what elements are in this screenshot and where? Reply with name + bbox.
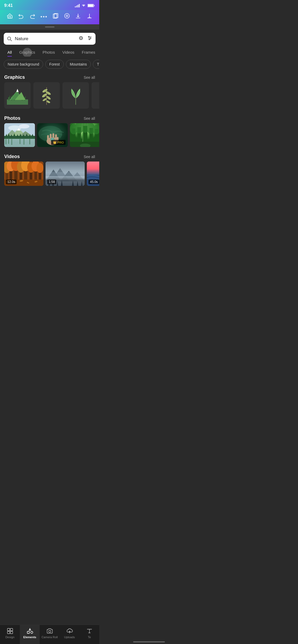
svg-point-129 bbox=[37, 163, 43, 173]
pro-badge: 👑 PRO bbox=[51, 140, 66, 145]
status-bar: 9:41 bbox=[0, 0, 99, 10]
graphics-see-all[interactable]: See all bbox=[84, 75, 95, 80]
graphics-section-title: Graphics bbox=[4, 75, 25, 80]
videos-section-title: Videos bbox=[4, 154, 20, 159]
graphic-item-mountain[interactable] bbox=[4, 82, 31, 109]
svg-rect-83 bbox=[11, 139, 12, 145]
tab-all[interactable]: All bbox=[4, 47, 16, 57]
video-item-autumn[interactable]: 12.0s bbox=[4, 162, 43, 186]
photos-section-header: Photos See all bbox=[0, 113, 99, 123]
svg-marker-24 bbox=[9, 95, 11, 97]
chip-trees[interactable]: Trees bbox=[93, 60, 99, 69]
video-duration-autumn: 12.0s bbox=[6, 180, 17, 184]
redo-button[interactable] bbox=[29, 13, 35, 21]
chip-nature-background[interactable]: Nature background bbox=[4, 60, 43, 69]
search-input[interactable] bbox=[15, 36, 76, 42]
videos-section-header: Videos See all bbox=[0, 151, 99, 162]
pages-button[interactable] bbox=[52, 13, 59, 21]
video-item-fog[interactable]: 1:58 bbox=[46, 162, 85, 186]
search-bar bbox=[4, 33, 96, 45]
lake-photo-bg bbox=[4, 123, 35, 147]
photo-item-lake[interactable] bbox=[4, 123, 35, 147]
drag-handle-container bbox=[0, 24, 99, 30]
svg-rect-86 bbox=[29, 139, 30, 144]
svg-rect-2 bbox=[88, 4, 93, 7]
graphics-row bbox=[0, 82, 99, 113]
chip-forest[interactable]: Forest bbox=[45, 60, 64, 69]
home-button[interactable] bbox=[7, 13, 13, 21]
svg-marker-33 bbox=[16, 90, 19, 92]
photo-item-hand[interactable]: 👑 PRO bbox=[37, 123, 68, 147]
tab-frames[interactable]: Frames bbox=[78, 47, 99, 57]
undo-button[interactable] bbox=[18, 13, 24, 21]
video-duration-ocean: 45.0s bbox=[88, 180, 99, 184]
search-icon bbox=[7, 36, 12, 42]
search-filter-button[interactable] bbox=[87, 35, 92, 42]
forest-photo-bg bbox=[70, 123, 99, 147]
search-clear-button[interactable] bbox=[79, 36, 83, 42]
photos-row: 👑 PRO bbox=[0, 123, 99, 151]
chips-container: Nature background Forest Mountains Trees bbox=[0, 57, 99, 72]
video-item-ocean[interactable]: 45.0s bbox=[87, 162, 99, 186]
share-button[interactable] bbox=[86, 13, 93, 21]
svg-point-61 bbox=[19, 124, 29, 128]
graphics-section-header: Graphics See all bbox=[0, 72, 99, 82]
svg-point-15 bbox=[88, 36, 89, 37]
svg-point-5 bbox=[65, 13, 69, 18]
videos-row: 12.0s bbox=[0, 162, 99, 190]
svg-rect-1 bbox=[94, 5, 94, 6]
more-button[interactable]: ••• bbox=[40, 14, 48, 20]
search-container bbox=[0, 30, 99, 47]
battery-icon bbox=[88, 4, 95, 7]
signal-icon bbox=[75, 4, 80, 7]
svg-point-16 bbox=[90, 38, 91, 38]
drag-handle[interactable] bbox=[45, 26, 55, 27]
graphic-item-leaf-branch[interactable] bbox=[33, 82, 60, 109]
chip-mountains[interactable]: Mountains bbox=[66, 60, 91, 69]
tab-graphics[interactable]: Graphics bbox=[16, 47, 39, 57]
tabs-container: All Graphics Photos Videos Frames › bbox=[0, 47, 99, 57]
photo-item-forest[interactable] bbox=[70, 123, 99, 147]
preview-button[interactable] bbox=[64, 13, 70, 21]
video-duration-fog: 1:58 bbox=[47, 180, 56, 184]
svg-rect-142 bbox=[46, 172, 85, 177]
svg-rect-82 bbox=[8, 139, 9, 144]
svg-rect-85 bbox=[24, 139, 24, 145]
main-toolbar: ••• bbox=[0, 10, 99, 24]
wifi-icon bbox=[81, 4, 86, 7]
photos-see-all[interactable]: See all bbox=[84, 116, 95, 121]
status-time: 9:41 bbox=[4, 3, 13, 8]
svg-rect-19 bbox=[8, 97, 10, 100]
tab-photos[interactable]: Photos bbox=[39, 47, 59, 57]
tab-videos[interactable]: Videos bbox=[58, 47, 78, 57]
photos-section-title: Photos bbox=[4, 116, 20, 121]
graphic-item-flower[interactable] bbox=[92, 82, 99, 109]
graphic-item-twin-leaf[interactable] bbox=[62, 82, 89, 109]
svg-rect-81 bbox=[6, 139, 6, 144]
svg-point-17 bbox=[89, 39, 90, 40]
download-button[interactable] bbox=[75, 13, 81, 21]
svg-rect-90 bbox=[47, 135, 49, 142]
svg-line-8 bbox=[10, 40, 12, 41]
svg-point-6 bbox=[66, 15, 68, 17]
svg-marker-28 bbox=[25, 96, 26, 98]
status-icons bbox=[75, 4, 95, 7]
svg-rect-84 bbox=[20, 139, 20, 144]
svg-point-7 bbox=[8, 37, 11, 40]
videos-see-all[interactable]: See all bbox=[84, 155, 95, 159]
